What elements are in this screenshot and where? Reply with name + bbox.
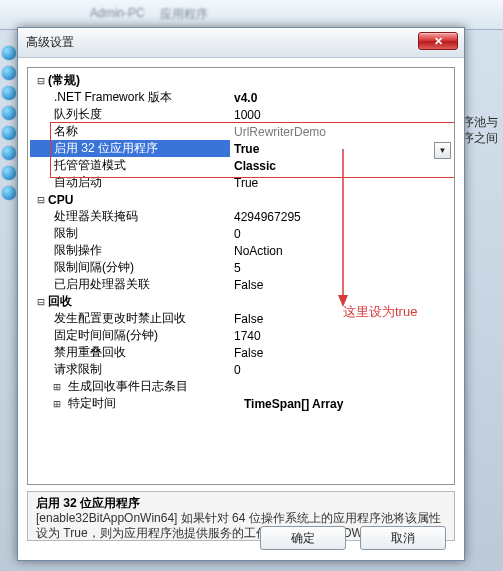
row-cpu-limit[interactable]: 限制 0 bbox=[30, 225, 452, 242]
property-grid[interactable]: ⊟ (常规) .NET Framework 版本 v4.0 队列长度 1000 … bbox=[27, 67, 455, 485]
bg-text-2: 应用程序 bbox=[160, 6, 208, 23]
row-enable-32bit[interactable]: 启用 32 位应用程序 True ▼ bbox=[30, 140, 452, 157]
prop-label: 发生配置更改时禁止回收 bbox=[34, 310, 230, 327]
prop-label: 自动启动 bbox=[34, 174, 230, 191]
prop-label: 限制 bbox=[34, 225, 230, 242]
prop-value: False bbox=[230, 278, 452, 292]
row-cpu-limit-interval[interactable]: 限制间隔(分钟) 5 bbox=[30, 259, 452, 276]
prop-value: 4294967295 bbox=[230, 210, 452, 224]
prop-label: 队列长度 bbox=[34, 106, 230, 123]
collapse-icon[interactable]: ⊟ bbox=[34, 295, 48, 309]
prop-value: 1740 bbox=[230, 329, 452, 343]
prop-value: Classic bbox=[230, 159, 452, 173]
cancel-button[interactable]: 取消 bbox=[360, 526, 446, 550]
category-label: 回收 bbox=[48, 293, 72, 310]
chevron-down-icon: ▼ bbox=[439, 146, 447, 155]
prop-label: 生成回收事件日志条目 bbox=[64, 378, 240, 395]
prop-value: NoAction bbox=[230, 244, 452, 258]
row-queue-length[interactable]: 队列长度 1000 bbox=[30, 106, 452, 123]
dropdown-button[interactable]: ▼ bbox=[434, 142, 451, 159]
prop-value: False bbox=[230, 346, 452, 360]
prop-value: TimeSpan[] Array bbox=[240, 397, 452, 411]
dialog-title: 高级设置 bbox=[26, 34, 74, 51]
prop-label: 名称 bbox=[34, 123, 230, 140]
annotation-text: 这里设为true bbox=[343, 303, 417, 321]
dialog-titlebar[interactable]: 高级设置 ✕ bbox=[18, 28, 464, 58]
row-net-framework[interactable]: .NET Framework 版本 v4.0 bbox=[30, 89, 452, 106]
prop-label: 已启用处理器关联 bbox=[34, 276, 230, 293]
prop-label: 请求限制 bbox=[34, 361, 230, 378]
close-button[interactable]: ✕ bbox=[418, 32, 458, 50]
row-cpu-affinity-enabled[interactable]: 已启用处理器关联 False bbox=[30, 276, 452, 293]
prop-label: 处理器关联掩码 bbox=[34, 208, 230, 225]
prop-value: True ▼ bbox=[230, 142, 452, 156]
advanced-settings-dialog: 高级设置 ✕ ⊟ (常规) .NET Framework 版本 v4.0 bbox=[17, 27, 465, 561]
prop-value: 5 bbox=[230, 261, 452, 275]
prop-value: UrlRewriterDemo bbox=[230, 125, 452, 139]
prop-label: 限制操作 bbox=[34, 242, 230, 259]
row-cpu-limit-action[interactable]: 限制操作 NoAction bbox=[30, 242, 452, 259]
collapse-icon[interactable]: ⊟ bbox=[34, 74, 48, 88]
prop-label: 禁用重叠回收 bbox=[34, 344, 230, 361]
background-side-text: 序池与序之间 bbox=[462, 114, 498, 146]
close-icon: ✕ bbox=[434, 36, 443, 47]
row-no-overlap[interactable]: 禁用重叠回收 False bbox=[30, 344, 452, 361]
bg-text-1: Admin-PC bbox=[90, 6, 145, 20]
category-general[interactable]: ⊟ (常规) bbox=[30, 72, 452, 89]
row-name[interactable]: 名称 UrlRewriterDemo bbox=[30, 123, 452, 140]
prop-value: v4.0 bbox=[230, 91, 452, 105]
dialog-button-bar: 确定 取消 bbox=[18, 526, 464, 550]
background-icons bbox=[2, 40, 16, 206]
prop-label: 限制间隔(分钟) bbox=[34, 259, 230, 276]
prop-value: True bbox=[230, 176, 452, 190]
prop-label: 托管管道模式 bbox=[34, 157, 230, 174]
expand-icon[interactable]: ⊞ bbox=[50, 380, 64, 394]
category-cpu[interactable]: ⊟ CPU bbox=[30, 191, 452, 208]
expand-icon[interactable]: ⊞ bbox=[50, 397, 64, 411]
category-label: (常规) bbox=[48, 72, 80, 89]
category-label: CPU bbox=[48, 193, 73, 207]
prop-label: 启用 32 位应用程序 bbox=[30, 140, 230, 157]
prop-label: 特定时间 bbox=[64, 395, 240, 412]
row-specific-time[interactable]: ⊞ 特定时间 TimeSpan[] Array bbox=[30, 395, 452, 412]
prop-value: 1000 bbox=[230, 108, 452, 122]
ok-button[interactable]: 确定 bbox=[260, 526, 346, 550]
prop-label: 固定时间间隔(分钟) bbox=[34, 327, 230, 344]
collapse-icon[interactable]: ⊟ bbox=[34, 193, 48, 207]
prop-value: 0 bbox=[230, 227, 452, 241]
background-toolbar: Admin-PC 应用程序 bbox=[0, 0, 503, 30]
description-title: 启用 32 位应用程序 bbox=[36, 496, 446, 511]
row-fixed-interval[interactable]: 固定时间间隔(分钟) 1740 bbox=[30, 327, 452, 344]
row-pipeline-mode[interactable]: 托管管道模式 Classic bbox=[30, 157, 452, 174]
row-gen-events[interactable]: ⊞ 生成回收事件日志条目 bbox=[30, 378, 452, 395]
row-request-limit[interactable]: 请求限制 0 bbox=[30, 361, 452, 378]
prop-value: False bbox=[230, 312, 452, 326]
prop-value: 0 bbox=[230, 363, 452, 377]
row-cpu-affinity[interactable]: 处理器关联掩码 4294967295 bbox=[30, 208, 452, 225]
row-autostart[interactable]: 自动启动 True bbox=[30, 174, 452, 191]
prop-label: .NET Framework 版本 bbox=[34, 89, 230, 106]
